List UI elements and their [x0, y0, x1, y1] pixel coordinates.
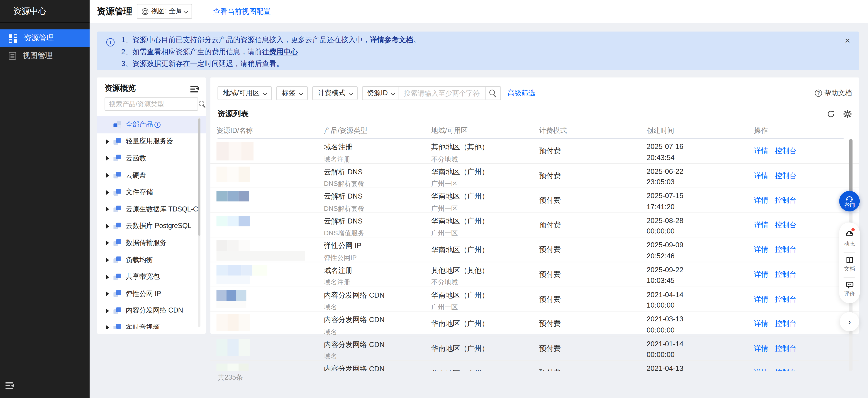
- feedback-button[interactable]: 评价: [844, 280, 855, 300]
- product-item[interactable]: 文件存储: [97, 184, 206, 201]
- expand-caret-icon[interactable]: [106, 190, 109, 195]
- product-icon: [113, 324, 122, 330]
- row-action-console[interactable]: 控制台: [775, 343, 797, 353]
- table-row[interactable]: 弹性公网 IP 弹性公网IP 华南地区（广州） 预付费 2025-09-09 2…: [210, 237, 859, 262]
- consult-button[interactable]: 咨询: [839, 191, 860, 211]
- row-action-detail[interactable]: 详情: [754, 319, 768, 329]
- region-filter-button[interactable]: 地域/可用区: [217, 86, 272, 100]
- billing-filter-button[interactable]: 计费模式: [312, 86, 358, 100]
- cell-billing: 预付费: [539, 336, 639, 361]
- table-row[interactable]: 域名注册 域名注册 其他地区（其他） 不分地域 预付费 2025-07-16 2…: [210, 139, 859, 164]
- resource-id-mosaic: [217, 191, 319, 201]
- activity-button[interactable]: 动态: [844, 228, 855, 250]
- docs-button[interactable]: 文档: [844, 255, 855, 275]
- table-row[interactable]: 云解析 DNS DNS增值服务 华南地区（广州） 广州一区 预付费 2025-0…: [210, 213, 859, 237]
- product-icon: [113, 273, 122, 281]
- row-action-detail[interactable]: 详情: [754, 368, 768, 371]
- row-action-console[interactable]: 控制台: [775, 294, 797, 304]
- resource-id-mosaic: [217, 314, 319, 331]
- row-action-detail[interactable]: 详情: [754, 245, 768, 255]
- expand-caret-icon[interactable]: [106, 275, 109, 279]
- expand-caret-icon[interactable]: [106, 207, 109, 212]
- cell-time: 10:03:45: [647, 276, 746, 285]
- product-item[interactable]: 实时音视频: [97, 319, 206, 330]
- product-search-input[interactable]: [105, 100, 199, 108]
- search-button[interactable]: [486, 87, 500, 100]
- refresh-icon[interactable]: [827, 109, 835, 118]
- gear-icon[interactable]: [843, 109, 852, 118]
- row-action-detail[interactable]: 详情: [754, 269, 768, 279]
- expand-caret-icon[interactable]: [106, 156, 109, 161]
- table-row[interactable]: 云解析 DNS DNS解析套餐 华南地区（广州） 广州一区 预付费 2025-0…: [210, 164, 859, 188]
- cell-region-main: 华南地区（广州）: [431, 167, 534, 177]
- product-item[interactable]: 数据传输服务: [97, 235, 206, 252]
- sidebar-item-resource-management[interactable]: 资源管理: [0, 29, 90, 47]
- advanced-filter-link[interactable]: 高级筛选: [508, 86, 535, 100]
- row-action-console[interactable]: 控制台: [775, 319, 797, 329]
- banner-link-billing-center[interactable]: 费用中心: [269, 47, 298, 56]
- column-header: 地域/可用区: [431, 126, 534, 136]
- chevron-down-icon: [391, 91, 396, 95]
- table-row[interactable]: 内容分发网络 CDN 域名 华南地区（广州） 预付费 2021-03-13 00…: [210, 312, 859, 336]
- row-action-console[interactable]: 控制台: [775, 368, 797, 371]
- table-row[interactable]: 云解析 DNS DNS解析套餐 华南地区（广州） 广州一区 预付费 2025-0…: [210, 188, 859, 213]
- row-action-detail[interactable]: 详情: [754, 146, 768, 156]
- product-item[interactable]: 负载均衡: [97, 252, 206, 269]
- expand-caret-icon[interactable]: [106, 139, 109, 144]
- product-label: 共享带宽包: [126, 272, 160, 282]
- product-item[interactable]: 云数据库 PostgreSQL: [97, 218, 206, 235]
- row-action-console[interactable]: 控制台: [775, 195, 797, 205]
- row-action-detail[interactable]: 详情: [754, 343, 768, 353]
- expand-caret-icon[interactable]: [106, 326, 109, 330]
- column-header: 资源ID/名称: [217, 126, 319, 136]
- help-docs-link[interactable]: ? 帮助文档: [815, 89, 852, 98]
- sidebar-collapse-icon[interactable]: [5, 382, 14, 391]
- row-action-detail[interactable]: 详情: [754, 195, 768, 205]
- product-item[interactable]: 内容分发网络 CDN: [97, 302, 206, 319]
- chevron-down-icon: [183, 9, 188, 13]
- row-action-detail[interactable]: 详情: [754, 220, 768, 230]
- row-actions: 详情控制台: [754, 319, 848, 329]
- product-item[interactable]: 共享带宽包: [97, 269, 206, 286]
- table-row[interactable]: 内容分发网络 CDN 域名 华南地区（广州） 预付费 2021-04-13 详情…: [210, 361, 859, 371]
- table-row[interactable]: 内容分发网络 CDN 域名 华南地区（广州） 预付费 2021-01-14 00…: [210, 336, 859, 361]
- row-action-console[interactable]: 控制台: [775, 245, 797, 255]
- cell-type-sub: DNS解析套餐: [324, 179, 426, 189]
- row-actions: 详情控制台: [754, 294, 848, 304]
- row-action-console[interactable]: 控制台: [775, 146, 797, 156]
- expand-caret-icon[interactable]: [106, 292, 109, 296]
- resource-search-group: 资源ID: [362, 86, 501, 100]
- row-action-console[interactable]: 控制台: [775, 220, 797, 230]
- expand-caret-icon[interactable]: [106, 309, 109, 313]
- table-row[interactable]: 域名注册 域名注册 其他地区（其他） 不分地域 预付费 2025-09-22 1…: [210, 262, 859, 287]
- product-item[interactable]: 弹性公网 IP: [97, 286, 206, 303]
- view-config-link[interactable]: 查看当前视图配置: [213, 0, 271, 23]
- expand-caret-icon[interactable]: [106, 173, 109, 178]
- tag-filter-button[interactable]: 标签: [276, 86, 308, 100]
- scrollbar-thumb[interactable]: [198, 118, 200, 236]
- close-icon[interactable]: ×: [845, 36, 850, 45]
- banner-link-docs[interactable]: 详情参考文档: [370, 35, 413, 44]
- product-item[interactable]: 轻量应用服务器: [97, 133, 206, 150]
- product-item[interactable]: 云函数: [97, 150, 206, 167]
- row-action-console[interactable]: 控制台: [775, 171, 797, 180]
- expand-caret-icon[interactable]: [106, 224, 109, 229]
- expand-caret-icon[interactable]: [106, 241, 109, 245]
- scrollbar-thumb[interactable]: [849, 139, 852, 194]
- row-action-detail[interactable]: 详情: [754, 171, 768, 180]
- view-select-dropdown[interactable]: 视图: 全局视图...: [137, 4, 192, 19]
- table-row[interactable]: 内容分发网络 CDN 域名 华南地区（广州） 广州一区 预付费 2021-04-…: [210, 287, 859, 312]
- row-action-detail[interactable]: 详情: [754, 294, 768, 304]
- resource-id-mosaic: [217, 265, 319, 284]
- product-item[interactable]: 云硬盘: [97, 167, 206, 184]
- product-item-all[interactable]: 全部产品 i: [97, 116, 206, 133]
- resource-search-input[interactable]: [399, 87, 486, 100]
- collapse-toolbar-button[interactable]: ›: [840, 312, 859, 331]
- row-action-console[interactable]: 控制台: [775, 269, 797, 279]
- resource-id-selector[interactable]: 资源ID: [363, 87, 399, 100]
- resource-overview-panel: 资源概览 全部产品 i: [97, 77, 206, 334]
- collapse-panel-icon[interactable]: [190, 85, 199, 95]
- product-item[interactable]: 云原生数据库 TDSQL-C: [97, 201, 206, 218]
- sidebar-item-view-management[interactable]: 视图管理: [0, 47, 90, 65]
- expand-caret-icon[interactable]: [106, 258, 109, 262]
